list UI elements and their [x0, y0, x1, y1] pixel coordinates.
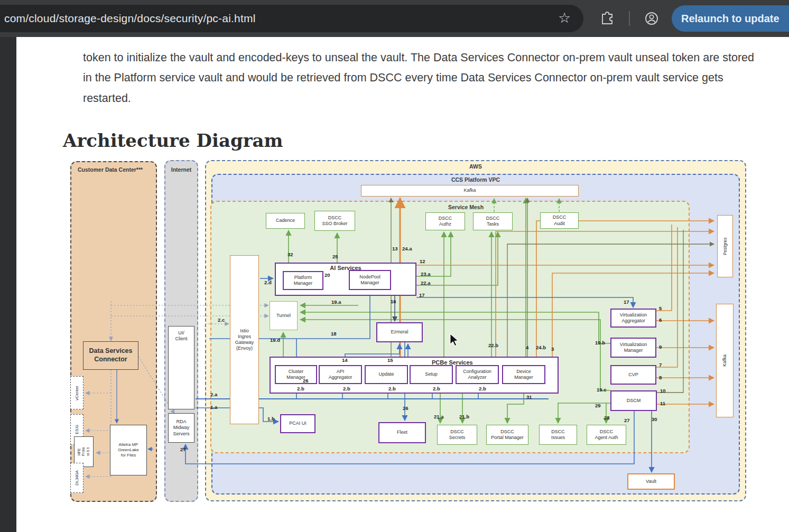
node-alletra-mp: Alletra MP GreenLake for Files	[110, 425, 147, 475]
edge-label: 31	[526, 394, 532, 400]
edge-label: 2.b	[343, 386, 350, 391]
node-platform-manager: Platform Manager	[283, 271, 323, 290]
node-virtualization-manager: Virtualization Manager	[610, 338, 656, 358]
edge-label: 2.b	[479, 386, 486, 391]
node-dscc-authz: DSCC Authz	[425, 212, 465, 230]
edge-label: 19.a	[331, 299, 341, 305]
edge-label: 29	[595, 403, 601, 408]
edge-label: 28	[604, 415, 610, 421]
node-dscc-tasks: DSCC Tasks	[473, 212, 513, 230]
edge-label: 25	[332, 254, 338, 259]
relaunch-button[interactable]: Relaunch to update	[672, 5, 789, 32]
edge-label: 23.a	[421, 271, 431, 277]
node-dscc-audit: DSCC Audit	[540, 212, 579, 229]
node-dscc-secrets: DSCC Secrets	[437, 425, 477, 445]
edge-label: 4	[526, 344, 528, 350]
edge-label: 21.b	[459, 414, 469, 419]
node-istio-ingress-gateway: Istio Ingres Gateway (Envoy)	[230, 255, 259, 424]
edge-label: 27	[180, 446, 186, 452]
edge-label: 26	[403, 405, 409, 411]
edge-label: 2.b	[433, 386, 440, 391]
edge-label: 10	[660, 388, 666, 394]
node-cadence: Cadence	[266, 213, 305, 229]
edge-label: 32	[287, 251, 293, 257]
node-kafka-right: Kafka	[716, 304, 734, 417]
mouse-cursor	[448, 333, 461, 347]
node-nodepool-manager: NodePool Manager	[349, 270, 391, 290]
edge-label: 2.a	[210, 391, 217, 397]
edge-label: 30	[652, 416, 657, 422]
edge-label: 19.b	[595, 340, 605, 346]
edge-label: 17	[624, 299, 629, 305]
edge-label: 2.d	[264, 279, 272, 285]
edge-label: 7	[659, 362, 662, 368]
edge-label: 6	[659, 317, 662, 323]
edge-label: 2.b	[297, 386, 304, 391]
node-dscc-issues: DSCC Issues	[539, 425, 577, 445]
edge-label: 18	[331, 331, 337, 337]
edge-label: 22.b	[488, 342, 498, 348]
architecture-diagram: Customer Data Center*** Internet AWS CCS…	[62, 156, 747, 506]
url-text[interactable]: com/cloud/storage-design/docs/security/p…	[4, 12, 256, 25]
node-virtualization-aggregator: Virtualization Aggregator	[610, 309, 656, 328]
bookmark-star-icon[interactable]: ☆	[556, 9, 573, 27]
edge-label: 13	[392, 246, 398, 251]
node-rda-midway-servers: RDA Midway Servers	[168, 413, 194, 443]
edge-label: 24.a	[402, 246, 412, 251]
node-api-aggregator: API Aggregator	[319, 365, 362, 384]
node-tunnel: Tunnel	[270, 301, 298, 330]
edge-label: 1.a	[210, 404, 217, 410]
node-fleet: Fleet	[378, 422, 426, 443]
edge-label: 17	[419, 292, 425, 298]
node-cluster-manager: Cluster Manager	[275, 365, 317, 384]
node-dscc-agent-auth: DSCC Agent Auth	[587, 425, 626, 445]
node-ui-client: UI/ Client	[168, 326, 194, 409]
edge-label: 2.c	[218, 317, 225, 323]
node-dscm: DSCM	[610, 390, 657, 411]
profile-icon[interactable]	[644, 11, 660, 26]
node-postgres: Postgres	[717, 215, 733, 277]
node-dscc-sso-broker: DSCC SSO Broker	[314, 211, 355, 231]
edge-label: 19.c	[597, 387, 607, 393]
edge-label: 5	[659, 305, 662, 311]
edge-label: 27	[624, 417, 630, 423]
node-vault: Vault	[627, 473, 675, 490]
edge-label: 19.d	[270, 337, 280, 343]
edge-label: 11	[660, 400, 665, 406]
edge-label: 2.b	[388, 386, 396, 391]
edge-label: 21.a	[434, 414, 444, 419]
edge-label: 8	[659, 375, 662, 380]
toolbar-separator	[629, 11, 630, 26]
edge-label: 26	[303, 378, 309, 384]
edge-label: 9	[659, 344, 662, 350]
edge-label: 20	[324, 272, 330, 278]
address-bar[interactable]: com/cloud/storage-design/docs/security/p…	[0, 5, 583, 32]
edge-label: 15	[387, 357, 393, 363]
window-left-edge	[0, 37, 16, 532]
node-device-manager: Device Manager	[502, 365, 545, 384]
node-ezmeral: Ezmeral	[376, 322, 423, 342]
edge-label: 14	[342, 357, 348, 363]
extensions-icon[interactable]	[599, 11, 615, 26]
edge-label: 3	[551, 346, 554, 352]
body-paragraph: token to initialize the vault and encode…	[83, 48, 759, 109]
node-update: Update	[365, 365, 408, 384]
browser-toolbar: com/cloud/storage-design/docs/security/p…	[0, 0, 789, 37]
edge-label: 24.b	[536, 344, 546, 350]
edge-label: 12	[420, 258, 425, 264]
node-vcenter: vCenter	[70, 376, 83, 409]
node-cvp: CVP	[610, 365, 656, 385]
edge-label: 22.a	[421, 280, 431, 286]
node-pcai-ui: PCAI UI	[280, 414, 315, 433]
edge-label: 1.b	[267, 416, 275, 422]
edge-label: 16	[391, 298, 396, 304]
node-data-services-connector: Data Services Connector	[83, 341, 138, 370]
node-setup: Setup	[410, 365, 453, 384]
node-dl380a: DL380A	[70, 463, 83, 493]
node-configuration-analyzer: Configuration Analyzer	[456, 365, 499, 384]
node-dscc-portal-manager: DSCC Portal Manager	[486, 425, 528, 445]
page-title: Architecture Diagram	[63, 130, 283, 151]
